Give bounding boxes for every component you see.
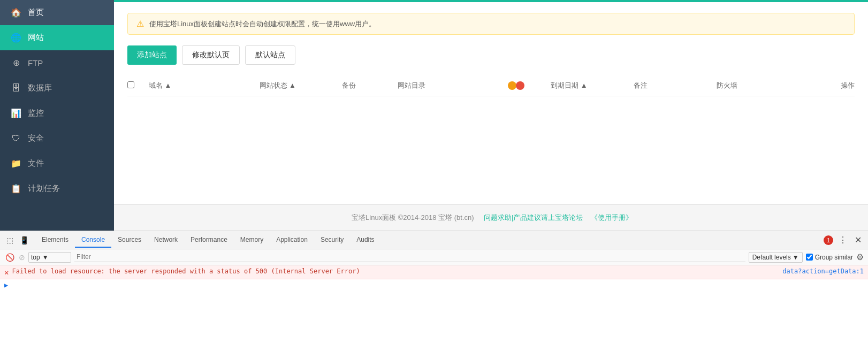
console-error-message: Failed to load resource: the server resp… xyxy=(12,268,782,275)
devtools-tab-memory[interactable]: Memory xyxy=(234,233,270,248)
col-icons-header xyxy=(508,81,551,90)
clear-console-icon[interactable]: 🚫 xyxy=(4,252,16,263)
devtools-more-icon[interactable]: ⋮ xyxy=(836,233,849,247)
add-site-button[interactable]: 添加站点 xyxy=(127,45,177,65)
devtools-tab-icons: ⬚ 📱 xyxy=(4,234,31,247)
devtools-tab-security[interactable]: Security xyxy=(314,233,350,248)
devtools-tab-performance[interactable]: Performance xyxy=(184,233,234,248)
sidebar-label-files: 文件 xyxy=(28,158,44,169)
sidebar-item-monitor[interactable]: 📊 监控 xyxy=(0,101,114,126)
col-backup-header: 备份 xyxy=(342,81,397,90)
error-count-badge: 1 xyxy=(824,235,833,245)
sidebar-item-home[interactable]: 🏠 首页 xyxy=(0,0,114,25)
console-error-row: ✕ Failed to load resource: the server re… xyxy=(0,265,868,279)
console-prompt-icon: ▶ xyxy=(4,281,8,289)
sidebar-label-tasks: 计划任务 xyxy=(28,184,60,194)
content-area: ⚠ 使用宝塔Linux面板创建站点时会自动创建权限配置，统一使用www用户。 添… xyxy=(114,2,868,204)
sidebar-icon-ftp: ⊕ xyxy=(11,58,21,68)
col-note-header: 备注 xyxy=(634,81,717,90)
device-icon[interactable]: 📱 xyxy=(18,234,31,247)
col-domain-header: 域名 ▲ xyxy=(149,81,260,90)
sidebar-icon-files: 📁 xyxy=(11,158,21,169)
inspect-icon[interactable]: ⬚ xyxy=(4,234,16,247)
sidebar-label-monitor: 监控 xyxy=(28,108,44,118)
select-all-checkbox[interactable] xyxy=(127,81,134,88)
no-entry-icon: ⊘ xyxy=(19,253,25,262)
sidebar-icon-monitor: 📊 xyxy=(11,108,21,118)
sidebar-item-website[interactable]: 🌐 网站 xyxy=(0,25,114,50)
console-error-icon: ✕ xyxy=(4,268,9,277)
sidebar: 🏠 首页 🌐 网站 ⊕ FTP 🗄 数据库 📊 监控 🛡 安全 📁 文件 📋 计… xyxy=(0,0,114,231)
console-filter-input[interactable] xyxy=(74,252,745,262)
warning-icon: ⚠ xyxy=(136,19,144,29)
sidebar-icon-database: 🗄 xyxy=(11,83,21,93)
col-firewall-header: 防火墙 xyxy=(717,81,800,90)
devtools-tab-network[interactable]: Network xyxy=(148,233,184,248)
console-error-link[interactable]: data?action=getData:1 xyxy=(782,268,864,275)
warning-banner: ⚠ 使用宝塔Linux面板创建站点时会自动创建权限配置，统一使用www用户。 xyxy=(127,13,855,35)
sidebar-item-security[interactable]: 🛡 安全 xyxy=(0,126,114,151)
devtools-tab-application[interactable]: Application xyxy=(270,233,314,248)
sidebar-item-ftp[interactable]: ⊕ FTP xyxy=(0,50,114,75)
sidebar-label-home: 首页 xyxy=(28,7,44,18)
sidebar-item-database[interactable]: 🗄 数据库 xyxy=(0,75,114,101)
devtools-tab-console[interactable]: Console xyxy=(75,233,111,248)
devtools-tab-elements[interactable]: Elements xyxy=(35,233,75,248)
levels-dropdown-icon: ▼ xyxy=(793,254,799,261)
group-similar-checkbox[interactable] xyxy=(806,254,813,261)
group-similar-label: Group similar xyxy=(815,254,853,261)
col-actions-header: 操作 xyxy=(800,81,855,90)
sidebar-label-website: 网站 xyxy=(28,33,44,43)
devtools-tab-audits[interactable]: Audits xyxy=(350,233,380,248)
devtools-close-icon[interactable]: ✕ xyxy=(852,233,864,247)
sidebar-icon-tasks: 📋 xyxy=(11,184,21,194)
warning-text: 使用宝塔Linux面板创建站点时会自动创建权限配置，统一使用www用户。 xyxy=(149,19,376,29)
context-value: top xyxy=(31,254,40,261)
sidebar-label-security: 安全 xyxy=(28,133,44,143)
orange-indicator xyxy=(508,81,516,90)
col-status-header: 网站状态 ▲ xyxy=(260,81,342,90)
console-prompt-row: ▶ xyxy=(0,279,868,291)
group-similar-toggle[interactable]: Group similar xyxy=(806,254,853,261)
sidebar-item-tasks[interactable]: 📋 计划任务 xyxy=(0,176,114,201)
devtools-panel: ⬚ 📱 ElementsConsoleSourcesNetworkPerform… xyxy=(0,231,868,359)
devtools-actions: 1 ⋮ ✕ xyxy=(824,233,864,247)
forum-link[interactable]: 问题求助|产品建议请上宝塔论坛 xyxy=(484,213,583,221)
manual-link[interactable]: 《使用手册》 xyxy=(591,213,633,221)
main-content: ⚠ 使用宝塔Linux面板创建站点时会自动创建权限配置，统一使用www用户。 添… xyxy=(114,0,868,231)
action-buttons: 添加站点 修改默认页 默认站点 xyxy=(127,45,855,65)
sidebar-icon-security: 🛡 xyxy=(11,134,21,143)
devtools-console: ✕ Failed to load resource: the server re… xyxy=(0,265,868,359)
sidebar-icon-website: 🌐 xyxy=(11,33,21,43)
context-selector[interactable]: top ▼ xyxy=(28,252,71,263)
col-dir-header: 网站目录 xyxy=(398,81,508,90)
red-indicator xyxy=(516,81,524,90)
context-dropdown-icon: ▼ xyxy=(42,254,49,261)
footer-text: 宝塔Linux面板 ©2014-2018 宝塔 (bt.cn) xyxy=(352,213,474,221)
console-settings-icon[interactable]: ⚙ xyxy=(856,252,864,262)
sidebar-icon-home: 🏠 xyxy=(11,7,21,18)
footer: 宝塔Linux面板 ©2014-2018 宝塔 (bt.cn) 问题求助|产品建… xyxy=(114,204,868,231)
default-site-button[interactable]: 默认站点 xyxy=(245,45,295,65)
devtools-tab-sources[interactable]: Sources xyxy=(111,233,148,248)
devtools-tabs: ⬚ 📱 ElementsConsoleSourcesNetworkPerform… xyxy=(0,231,868,249)
sidebar-item-files[interactable]: 📁 文件 xyxy=(0,151,114,176)
table-header: 域名 ▲ 网站状态 ▲ 备份 网站目录 到期日期 ▲ 备注 防火墙 操作 xyxy=(127,75,855,96)
default-levels-selector[interactable]: Default levels ▼ xyxy=(749,252,803,263)
default-levels-label: Default levels xyxy=(752,254,791,261)
modify-default-button[interactable]: 修改默认页 xyxy=(182,45,240,65)
sidebar-label-database: 数据库 xyxy=(28,83,52,93)
sidebar-label-ftp: FTP xyxy=(28,58,43,67)
devtools-toolbar: 🚫 ⊘ top ▼ Default levels ▼ Group similar… xyxy=(0,249,868,265)
col-expire-header: 到期日期 ▲ xyxy=(551,81,634,90)
